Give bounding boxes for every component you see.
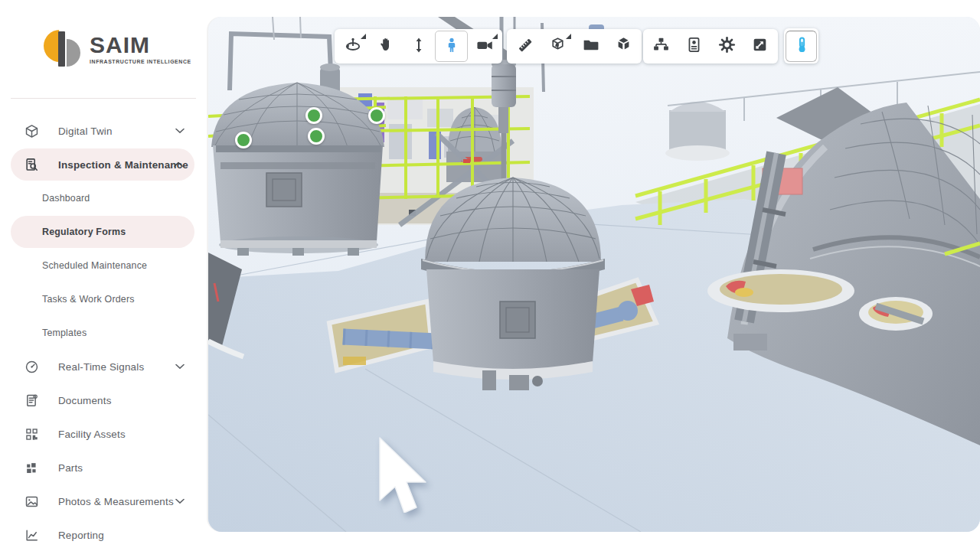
- vertical-move-button[interactable]: [402, 31, 435, 62]
- sidebar-subitem-label: Regulatory Forms: [42, 227, 126, 237]
- section-box-button[interactable]: [541, 31, 574, 62]
- sidebar-menu: Digital Twin Inspection & Maintenance Da…: [0, 98, 207, 551]
- toolbar-navigation: [335, 29, 502, 64]
- chevron-up-icon: [174, 162, 183, 168]
- hierarchy-icon: [652, 35, 671, 57]
- sidebar-subitem-templates[interactable]: Templates: [0, 316, 207, 350]
- sidebar-subitem-label: Scheduled Maintenance: [42, 260, 147, 271]
- sidebar-item-parts[interactable]: Parts: [0, 451, 207, 484]
- walk-mode-button[interactable]: [435, 31, 468, 62]
- orbit-button[interactable]: [336, 31, 369, 62]
- sidebar-subitem-label: Dashboard: [42, 193, 90, 204]
- hand-icon: [377, 36, 395, 57]
- brand-logo: SAIM INFRASTRUCTURE INTELLIGENCE: [0, 0, 207, 70]
- sidebar-subitem-scheduled-maintenance[interactable]: Scheduled Maintenance: [0, 249, 207, 282]
- basin-right: [707, 269, 854, 312]
- sidebar-item-facility-assets[interactable]: Facility Assets: [0, 417, 207, 451]
- sidebar-item-inspection-maintenance[interactable]: Inspection & Maintenance: [11, 148, 194, 181]
- sidebar: SAIM INFRASTRUCTURE INTELLIGENCE Digital…: [0, 0, 207, 551]
- sidebar-item-label: Documents: [58, 395, 112, 406]
- sidebar-item-label: Digital Twin: [58, 126, 113, 137]
- gear-icon: [717, 35, 737, 57]
- sidebar-subitem-label: Tasks & Work Orders: [42, 294, 135, 305]
- sidebar-subitem-regulatory-forms[interactable]: Regulatory Forms: [11, 216, 194, 248]
- pan-button[interactable]: [369, 31, 402, 62]
- sidebar-item-documents[interactable]: Documents: [0, 383, 207, 417]
- sidebar-item-label: Parts: [58, 462, 83, 474]
- inspection-marker[interactable]: [368, 107, 385, 124]
- sidebar-item-label: Reporting: [58, 530, 104, 541]
- chevron-down-icon: [175, 129, 185, 134]
- document-icon: [24, 393, 39, 408]
- thermometer-icon: [792, 35, 811, 57]
- inspection-icon: [24, 158, 39, 172]
- photos-icon: [24, 494, 39, 509]
- sidebar-item-real-time-signals[interactable]: Real-Time Signals: [0, 350, 207, 383]
- sidebar-subitem-label: Templates: [42, 328, 87, 338]
- person-icon: [443, 36, 461, 57]
- measure-button[interactable]: [508, 31, 541, 62]
- viewer-3d[interactable]: [208, 17, 980, 532]
- ruler-icon: [515, 35, 535, 58]
- up-down-arrow-icon: [410, 36, 428, 57]
- toolbar-view-options: [643, 29, 778, 64]
- gauge-icon: [24, 360, 39, 374]
- basin-bottom-right: [859, 297, 933, 331]
- properties-panel-button[interactable]: [678, 31, 710, 62]
- folder-icon: [581, 35, 600, 57]
- settings-button[interactable]: [710, 31, 743, 62]
- sidebar-item-label: Real-Time Signals: [58, 361, 144, 373]
- sidebar-item-reporting[interactable]: Reporting: [0, 518, 207, 551]
- sidebar-item-label: Photos & Measurements: [58, 496, 174, 507]
- brand-text: SAIM INFRASTRUCTURE INTELLIGENCE: [90, 34, 191, 64]
- cube-3d-icon: [614, 35, 633, 57]
- sidebar-item-digital-twin[interactable]: Digital Twin: [0, 114, 207, 148]
- model-button[interactable]: [607, 31, 640, 62]
- brand-name: SAIM: [90, 34, 191, 57]
- brand-tagline: INFRASTRUCTURE INTELLIGENCE: [90, 59, 191, 64]
- toolbar-sensors: [784, 28, 818, 64]
- temperature-button[interactable]: [786, 31, 817, 62]
- fullscreen-icon: [750, 35, 769, 57]
- chevron-down-icon: [175, 499, 185, 504]
- sidebar-item-label: Facility Assets: [58, 429, 126, 440]
- hierarchy-button[interactable]: [645, 31, 678, 62]
- panel-icon: [684, 35, 704, 57]
- digital-twin-scene: [208, 17, 980, 532]
- fullscreen-button[interactable]: [743, 31, 776, 62]
- video-camera-icon: [475, 35, 495, 58]
- camera-views-button[interactable]: [468, 31, 501, 62]
- qr-code-icon: [24, 427, 39, 442]
- brand-logo-icon: [44, 30, 79, 68]
- sidebar-subitem-tasks-work-orders[interactable]: Tasks & Work Orders: [0, 282, 207, 316]
- inspection-marker[interactable]: [305, 107, 322, 124]
- orbit-icon: [343, 35, 363, 58]
- chevron-down-icon: [175, 364, 185, 370]
- inspection-marker[interactable]: [235, 132, 252, 148]
- chart-icon: [24, 528, 39, 543]
- section-box-icon: [548, 35, 567, 57]
- cube-icon: [24, 124, 39, 139]
- inspection-marker[interactable]: [308, 128, 325, 145]
- toolbar-model-tools: [507, 29, 642, 64]
- app-root: SAIM INFRASTRUCTURE INTELLIGENCE Digital…: [0, 0, 980, 551]
- parts-icon: [24, 461, 39, 475]
- files-button[interactable]: [574, 31, 607, 62]
- logo-bar: [58, 31, 65, 67]
- distant-vessel: [665, 102, 730, 161]
- sidebar-item-photos-measurements[interactable]: Photos & Measurements: [0, 484, 207, 518]
- sidebar-subitem-dashboard[interactable]: Dashboard: [0, 181, 207, 215]
- sidebar-item-label: Inspection & Maintenance: [58, 159, 188, 171]
